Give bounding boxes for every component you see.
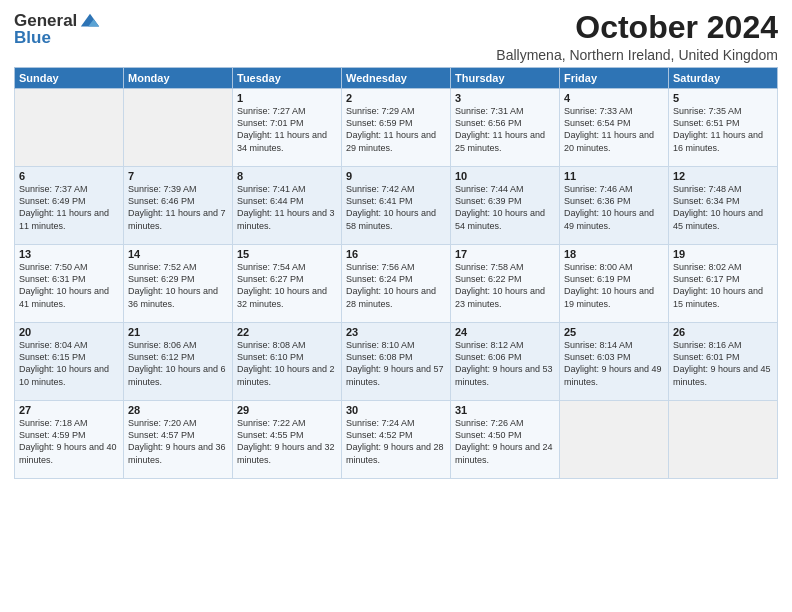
col-sunday: Sunday (15, 68, 124, 89)
day-number: 28 (128, 404, 228, 416)
day-number: 8 (237, 170, 337, 182)
calendar-cell: 18 Sunrise: 8:00 AMSunset: 6:19 PMDaylig… (560, 245, 669, 323)
header-row: Sunday Monday Tuesday Wednesday Thursday… (15, 68, 778, 89)
calendar-week-2: 6 Sunrise: 7:37 AMSunset: 6:49 PMDayligh… (15, 167, 778, 245)
day-info: Sunrise: 8:12 AMSunset: 6:06 PMDaylight:… (455, 340, 553, 386)
day-info: Sunrise: 7:33 AMSunset: 6:54 PMDaylight:… (564, 106, 654, 152)
calendar-cell: 2 Sunrise: 7:29 AMSunset: 6:59 PMDayligh… (342, 89, 451, 167)
day-number: 2 (346, 92, 446, 104)
calendar-cell: 25 Sunrise: 8:14 AMSunset: 6:03 PMDaylig… (560, 323, 669, 401)
day-info: Sunrise: 7:42 AMSunset: 6:41 PMDaylight:… (346, 184, 436, 230)
day-number: 5 (673, 92, 773, 104)
day-info: Sunrise: 8:10 AMSunset: 6:08 PMDaylight:… (346, 340, 444, 386)
day-number: 13 (19, 248, 119, 260)
day-info: Sunrise: 7:31 AMSunset: 6:56 PMDaylight:… (455, 106, 545, 152)
calendar-cell: 7 Sunrise: 7:39 AMSunset: 6:46 PMDayligh… (124, 167, 233, 245)
day-info: Sunrise: 7:50 AMSunset: 6:31 PMDaylight:… (19, 262, 109, 308)
calendar-cell: 16 Sunrise: 7:56 AMSunset: 6:24 PMDaylig… (342, 245, 451, 323)
day-number: 24 (455, 326, 555, 338)
day-number: 10 (455, 170, 555, 182)
calendar-week-4: 20 Sunrise: 8:04 AMSunset: 6:15 PMDaylig… (15, 323, 778, 401)
day-info: Sunrise: 7:52 AMSunset: 6:29 PMDaylight:… (128, 262, 218, 308)
calendar-cell: 20 Sunrise: 8:04 AMSunset: 6:15 PMDaylig… (15, 323, 124, 401)
calendar-cell: 1 Sunrise: 7:27 AMSunset: 7:01 PMDayligh… (233, 89, 342, 167)
calendar-cell (669, 401, 778, 479)
day-number: 6 (19, 170, 119, 182)
col-friday: Friday (560, 68, 669, 89)
day-info: Sunrise: 7:20 AMSunset: 4:57 PMDaylight:… (128, 418, 226, 464)
col-thursday: Thursday (451, 68, 560, 89)
day-info: Sunrise: 7:24 AMSunset: 4:52 PMDaylight:… (346, 418, 444, 464)
day-info: Sunrise: 7:44 AMSunset: 6:39 PMDaylight:… (455, 184, 545, 230)
day-number: 4 (564, 92, 664, 104)
day-info: Sunrise: 7:58 AMSunset: 6:22 PMDaylight:… (455, 262, 545, 308)
day-number: 17 (455, 248, 555, 260)
col-monday: Monday (124, 68, 233, 89)
day-info: Sunrise: 7:41 AMSunset: 6:44 PMDaylight:… (237, 184, 335, 230)
day-number: 26 (673, 326, 773, 338)
calendar-cell: 9 Sunrise: 7:42 AMSunset: 6:41 PMDayligh… (342, 167, 451, 245)
day-info: Sunrise: 7:48 AMSunset: 6:34 PMDaylight:… (673, 184, 763, 230)
calendar-cell: 4 Sunrise: 7:33 AMSunset: 6:54 PMDayligh… (560, 89, 669, 167)
day-info: Sunrise: 8:16 AMSunset: 6:01 PMDaylight:… (673, 340, 771, 386)
calendar-cell: 6 Sunrise: 7:37 AMSunset: 6:49 PMDayligh… (15, 167, 124, 245)
col-tuesday: Tuesday (233, 68, 342, 89)
calendar-cell: 23 Sunrise: 8:10 AMSunset: 6:08 PMDaylig… (342, 323, 451, 401)
calendar-cell: 10 Sunrise: 7:44 AMSunset: 6:39 PMDaylig… (451, 167, 560, 245)
calendar-cell: 14 Sunrise: 7:52 AMSunset: 6:29 PMDaylig… (124, 245, 233, 323)
calendar-cell: 28 Sunrise: 7:20 AMSunset: 4:57 PMDaylig… (124, 401, 233, 479)
day-number: 23 (346, 326, 446, 338)
calendar-week-3: 13 Sunrise: 7:50 AMSunset: 6:31 PMDaylig… (15, 245, 778, 323)
logo-blue: Blue (14, 28, 51, 48)
day-info: Sunrise: 7:54 AMSunset: 6:27 PMDaylight:… (237, 262, 327, 308)
day-number: 14 (128, 248, 228, 260)
calendar-cell (560, 401, 669, 479)
calendar-cell: 8 Sunrise: 7:41 AMSunset: 6:44 PMDayligh… (233, 167, 342, 245)
day-number: 19 (673, 248, 773, 260)
day-info: Sunrise: 8:02 AMSunset: 6:17 PMDaylight:… (673, 262, 763, 308)
title-block: October 2024 Ballymena, Northern Ireland… (496, 10, 778, 63)
day-number: 15 (237, 248, 337, 260)
day-number: 29 (237, 404, 337, 416)
calendar-cell (15, 89, 124, 167)
day-info: Sunrise: 7:46 AMSunset: 6:36 PMDaylight:… (564, 184, 654, 230)
calendar-cell: 3 Sunrise: 7:31 AMSunset: 6:56 PMDayligh… (451, 89, 560, 167)
header: General Blue October 2024 Ballymena, Nor… (14, 10, 778, 63)
calendar-cell: 15 Sunrise: 7:54 AMSunset: 6:27 PMDaylig… (233, 245, 342, 323)
calendar-cell: 26 Sunrise: 8:16 AMSunset: 6:01 PMDaylig… (669, 323, 778, 401)
day-number: 16 (346, 248, 446, 260)
page: General Blue October 2024 Ballymena, Nor… (0, 0, 792, 612)
calendar-cell: 19 Sunrise: 8:02 AMSunset: 6:17 PMDaylig… (669, 245, 778, 323)
calendar-cell: 31 Sunrise: 7:26 AMSunset: 4:50 PMDaylig… (451, 401, 560, 479)
day-info: Sunrise: 7:26 AMSunset: 4:50 PMDaylight:… (455, 418, 553, 464)
calendar-cell: 21 Sunrise: 8:06 AMSunset: 6:12 PMDaylig… (124, 323, 233, 401)
col-wednesday: Wednesday (342, 68, 451, 89)
col-saturday: Saturday (669, 68, 778, 89)
day-info: Sunrise: 8:08 AMSunset: 6:10 PMDaylight:… (237, 340, 335, 386)
day-info: Sunrise: 7:39 AMSunset: 6:46 PMDaylight:… (128, 184, 226, 230)
day-info: Sunrise: 8:14 AMSunset: 6:03 PMDaylight:… (564, 340, 662, 386)
calendar-cell: 22 Sunrise: 8:08 AMSunset: 6:10 PMDaylig… (233, 323, 342, 401)
calendar-cell: 29 Sunrise: 7:22 AMSunset: 4:55 PMDaylig… (233, 401, 342, 479)
day-info: Sunrise: 7:56 AMSunset: 6:24 PMDaylight:… (346, 262, 436, 308)
day-info: Sunrise: 8:06 AMSunset: 6:12 PMDaylight:… (128, 340, 226, 386)
day-info: Sunrise: 7:37 AMSunset: 6:49 PMDaylight:… (19, 184, 109, 230)
logo: General Blue (14, 10, 101, 48)
day-number: 30 (346, 404, 446, 416)
day-info: Sunrise: 7:29 AMSunset: 6:59 PMDaylight:… (346, 106, 436, 152)
calendar-cell: 13 Sunrise: 7:50 AMSunset: 6:31 PMDaylig… (15, 245, 124, 323)
calendar-cell: 5 Sunrise: 7:35 AMSunset: 6:51 PMDayligh… (669, 89, 778, 167)
day-number: 27 (19, 404, 119, 416)
day-info: Sunrise: 8:04 AMSunset: 6:15 PMDaylight:… (19, 340, 109, 386)
day-number: 25 (564, 326, 664, 338)
calendar-table: Sunday Monday Tuesday Wednesday Thursday… (14, 67, 778, 479)
day-info: Sunrise: 7:35 AMSunset: 6:51 PMDaylight:… (673, 106, 763, 152)
day-number: 31 (455, 404, 555, 416)
calendar-week-1: 1 Sunrise: 7:27 AMSunset: 7:01 PMDayligh… (15, 89, 778, 167)
calendar-cell: 27 Sunrise: 7:18 AMSunset: 4:59 PMDaylig… (15, 401, 124, 479)
calendar-week-5: 27 Sunrise: 7:18 AMSunset: 4:59 PMDaylig… (15, 401, 778, 479)
day-number: 12 (673, 170, 773, 182)
calendar-cell: 24 Sunrise: 8:12 AMSunset: 6:06 PMDaylig… (451, 323, 560, 401)
calendar-cell: 11 Sunrise: 7:46 AMSunset: 6:36 PMDaylig… (560, 167, 669, 245)
day-number: 7 (128, 170, 228, 182)
